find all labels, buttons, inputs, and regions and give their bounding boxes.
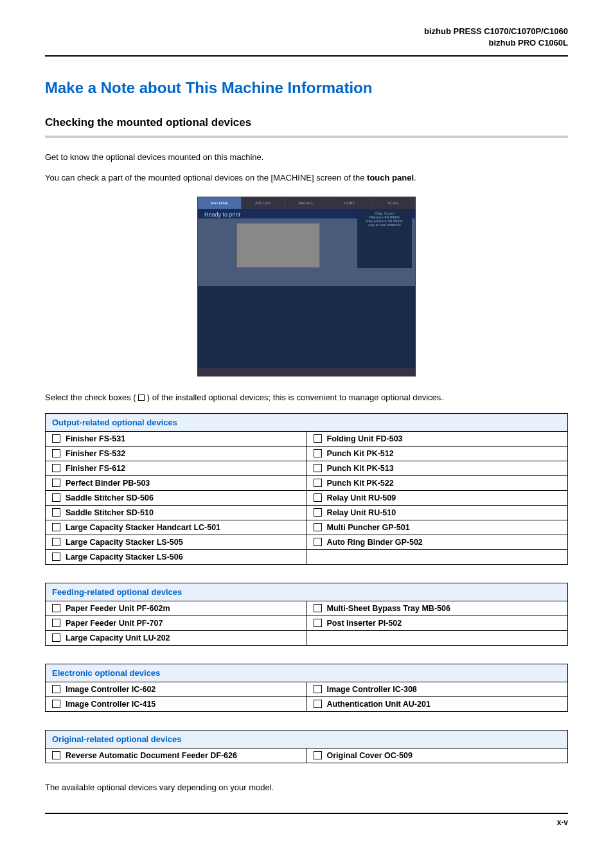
- feeding-table-header: Feeding-related optional devices: [46, 583, 568, 601]
- device-label: Perfect Binder PB-503: [66, 479, 150, 488]
- screenshot-bottom: [198, 286, 415, 376]
- original-table-header: Original-related optional devices: [46, 730, 568, 748]
- feeding-cell: Paper Feeder Unit PF-707: [46, 616, 307, 630]
- screenshot-tab-scan: SCAN: [371, 197, 415, 209]
- device-checkbox[interactable]: [314, 685, 322, 693]
- device-label: Punch Kit PK-522: [327, 479, 394, 488]
- output-cell: Perfect Binder PB-503: [46, 475, 307, 490]
- device-label: Relay Unit RU-510: [327, 508, 396, 517]
- feeding-cell: Post Inserter PI-502: [306, 616, 568, 630]
- device-checkbox[interactable]: [314, 751, 322, 759]
- output-cell: Auto Ring Binder GP-502: [306, 535, 568, 549]
- checkbox-instruction: Select the check boxes ( ) of the instal…: [45, 391, 568, 404]
- device-label: Image Controller IC-308: [327, 685, 417, 694]
- scanner-ready-label: ady to use scanner: [359, 223, 411, 227]
- output-item: Punch Kit PK-512: [314, 449, 562, 458]
- page-title: Make a Note about This Machine Informati…: [45, 79, 568, 97]
- output-devices-table: Output-related optional devices Finisher…: [45, 413, 568, 565]
- device-label: Finisher FS-532: [66, 449, 125, 458]
- intro-text-2-post: .: [414, 173, 416, 182]
- feeding-item: Paper Feeder Unit PF-602m: [52, 604, 300, 613]
- device-checkbox[interactable]: [52, 508, 60, 517]
- output-item: Auto Ring Binder GP-502: [314, 538, 562, 547]
- checkbox-note-pre: Select the check boxes (: [45, 393, 138, 402]
- electronic-table-header: Electronic optional devices: [46, 664, 568, 682]
- device-checkbox[interactable]: [52, 553, 60, 561]
- output-cell: Finisher FS-612: [46, 461, 307, 475]
- section-heading: Checking the mounted optional devices: [45, 116, 568, 138]
- device-checkbox[interactable]: [314, 619, 322, 627]
- checkbox-note-post: ) of the installed optional devices; thi…: [145, 393, 443, 402]
- device-checkbox[interactable]: [52, 619, 60, 627]
- output-cell: Punch Kit PK-513: [306, 461, 568, 475]
- output-cell: Relay Unit RU-509: [306, 490, 568, 505]
- screenshot-paper-area: [306, 286, 415, 368]
- output-table-header: Output-related optional devices: [46, 413, 568, 431]
- output-item: Punch Kit PK-513: [314, 464, 562, 473]
- feeding-item: Multi-Sheet Bypass Tray MB-506: [314, 604, 562, 613]
- device-label: Auto Ring Binder GP-502: [327, 538, 423, 547]
- device-checkbox[interactable]: [52, 538, 60, 546]
- device-checkbox[interactable]: [314, 449, 322, 457]
- output-item: Finisher FS-532: [52, 449, 300, 458]
- device-checkbox[interactable]: [52, 479, 60, 487]
- device-label: Punch Kit PK-513: [327, 464, 394, 473]
- electronic-devices-table: Electronic optional devices Image Contro…: [45, 664, 568, 712]
- device-checkbox[interactable]: [52, 700, 60, 708]
- header-line-1: bizhub PRESS C1070/C1070P/C1060: [45, 26, 568, 37]
- device-checkbox[interactable]: [314, 523, 322, 531]
- device-label: Punch Kit PK-512: [327, 449, 394, 458]
- output-item: Saddle Stitcher SD-510: [52, 508, 300, 517]
- screenshot-ready-text: Ready to print: [204, 211, 240, 218]
- device-label: Multi-Sheet Bypass Tray MB-506: [327, 604, 450, 613]
- device-checkbox[interactable]: [52, 493, 60, 502]
- device-label: Large Capacity Stacker Handcart LC-501: [66, 523, 220, 532]
- output-cell: Multi Puncher GP-501: [306, 520, 568, 535]
- device-label: Post Inserter PI-502: [327, 619, 402, 628]
- device-label: Multi Puncher GP-501: [327, 523, 410, 532]
- device-checkbox[interactable]: [314, 479, 322, 487]
- device-checkbox[interactable]: [52, 434, 60, 443]
- device-label: Image Controller IC-415: [66, 700, 155, 709]
- output-cell: Saddle Stitcher SD-506: [46, 490, 307, 505]
- device-checkbox[interactable]: [52, 523, 60, 531]
- electronic-cell: Image Controller IC-308: [306, 682, 568, 696]
- device-label: Large Capacity Stacker LS-505: [66, 538, 183, 547]
- device-checkbox[interactable]: [314, 493, 322, 502]
- device-checkbox[interactable]: [314, 538, 322, 546]
- electronic-item: Authentication Unit AU-201: [314, 700, 562, 709]
- device-checkbox[interactable]: [52, 685, 60, 693]
- device-label: Reverse Automatic Document Feeder DF-626: [66, 751, 237, 760]
- device-label: Paper Feeder Unit PF-707: [66, 619, 163, 628]
- device-checkbox[interactable]: [314, 700, 322, 708]
- device-label: Folding Unit FD-503: [327, 434, 403, 443]
- device-checkbox[interactable]: [52, 604, 60, 612]
- device-label: Finisher FS-612: [66, 464, 125, 473]
- machine-screenshot-wrap: MACHINE JOB LIST RECALL COPY SCAN Ready …: [45, 197, 568, 378]
- device-checkbox[interactable]: [314, 508, 322, 517]
- output-item: Punch Kit PK-522: [314, 479, 562, 488]
- feeding-cell: Multi-Sheet Bypass Tray MB-506: [306, 601, 568, 616]
- output-item: Finisher FS-531: [52, 434, 300, 443]
- device-label: Paper Feeder Unit PF-602m: [66, 604, 170, 613]
- device-checkbox[interactable]: [314, 604, 322, 612]
- original-cell: Reverse Automatic Document Feeder DF-626: [46, 748, 307, 763]
- output-cell: Relay Unit RU-510: [306, 505, 568, 520]
- output-cell: Large Capacity Stacker LS-505: [46, 535, 307, 549]
- device-checkbox[interactable]: [52, 751, 60, 759]
- device-label: Original Cover OC-509: [327, 751, 413, 760]
- header-line-2: bizhub PRO C1060L: [45, 37, 568, 49]
- device-checkbox[interactable]: [314, 464, 322, 472]
- device-checkbox[interactable]: [52, 633, 60, 642]
- output-item: Large Capacity Stacker LS-506: [52, 553, 300, 562]
- page-footer: x-v: [45, 813, 568, 827]
- feeding-cell: Paper Feeder Unit PF-602m: [46, 601, 307, 616]
- page-number: x-v: [557, 818, 568, 827]
- electronic-item: Image Controller IC-602: [52, 685, 300, 694]
- output-cell: Large Capacity Stacker Handcart LC-501: [46, 520, 307, 535]
- device-checkbox[interactable]: [52, 449, 60, 457]
- output-item: Relay Unit RU-509: [314, 493, 562, 502]
- device-checkbox[interactable]: [314, 434, 322, 443]
- device-checkbox[interactable]: [52, 464, 60, 472]
- feeding-cell: [306, 630, 568, 645]
